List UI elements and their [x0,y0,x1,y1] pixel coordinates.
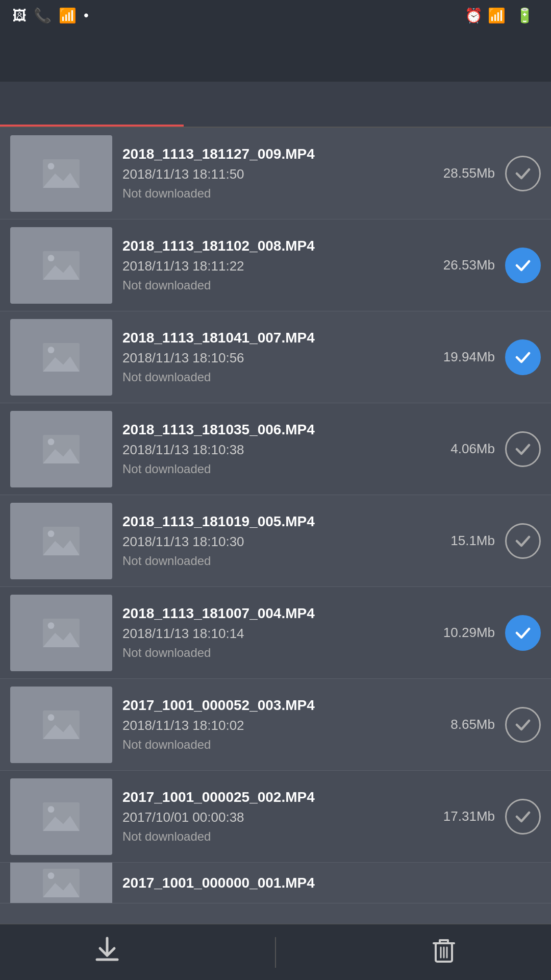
list-item[interactable]: 2017_1001_000000_001.MP4 [0,863,551,903]
file-status: Not downloaded [122,646,429,660]
file-info: 2018_1113_181007_004.MP4 2018/11/13 18:1… [122,605,429,660]
dot-icon: • [84,7,89,23]
svg-point-13 [48,530,55,537]
file-thumbnail [10,411,112,487]
file-date: 2018/11/13 18:10:38 [122,442,429,458]
file-name: 2018_1113_181019_005.MP4 [122,513,429,530]
list-item[interactable]: 2018_1113_181102_008.MP4 2018/11/13 18:1… [0,219,551,311]
file-info: 2017_1001_000000_001.MP4 [122,875,541,891]
list-item[interactable]: 2017_1001_000025_002.MP4 2017/10/01 00:0… [0,771,551,863]
file-info: 2018_1113_181019_005.MP4 2018/11/13 18:1… [122,513,429,568]
file-size: 28.55Mb [439,165,495,181]
file-name: 2018_1113_181007_004.MP4 [122,605,429,622]
status-bar-right: ⏰ 📶 🔋 [465,7,539,24]
file-name: 2017_1001_000000_001.MP4 [122,875,541,891]
svg-point-16 [48,622,55,629]
phone-icon: 📞 [34,7,52,24]
file-status: Not downloaded [122,186,429,201]
file-select-checkbox[interactable] [505,248,541,283]
file-name: 2018_1113_181102_008.MP4 [122,238,429,254]
file-select-checkbox[interactable] [505,156,541,191]
bottom-toolbar [0,924,551,980]
file-info: 2018_1113_181035_006.MP4 2018/11/13 18:1… [122,422,429,476]
file-select-checkbox[interactable] [505,615,541,651]
alarm-icon: ⏰ [465,7,483,24]
file-select-checkbox[interactable] [505,799,541,835]
tab-video[interactable] [0,82,184,127]
file-date: 2018/11/13 18:10:56 [122,350,429,366]
file-size: 26.53Mb [439,257,495,273]
list-item[interactable]: 2018_1113_181007_004.MP4 2018/11/13 18:1… [0,587,551,679]
svg-point-19 [48,714,55,721]
list-item[interactable]: 2018_1113_181035_006.MP4 2018/11/13 18:1… [0,403,551,495]
file-date: 2018/11/13 18:10:30 [122,534,429,550]
file-select-checkbox[interactable] [505,707,541,743]
file-size: 19.94Mb [439,349,495,365]
file-thumbnail [10,778,112,855]
status-bar: 🖼 📞 📶 • ⏰ 📶 🔋 [0,0,551,31]
file-info: 2018_1113_181102_008.MP4 2018/11/13 18:1… [122,238,429,292]
file-size: 4.06Mb [439,441,495,457]
file-info: 2017_1001_000052_003.MP4 2018/11/13 18:1… [122,697,429,752]
file-select-checkbox[interactable] [505,431,541,467]
download-icon [92,934,122,971]
gallery-icon: 🖼 [12,7,27,24]
file-info: 2018_1113_181127_009.MP4 2018/11/13 18:1… [122,146,429,201]
file-info: 2017_1001_000025_002.MP4 2017/10/01 00:0… [122,789,429,844]
toolbar-divider [275,937,276,968]
list-item[interactable]: 2018_1113_181127_009.MP4 2018/11/13 18:1… [0,128,551,219]
file-status: Not downloaded [122,370,429,384]
file-size: 17.31Mb [439,808,495,824]
trash-icon [429,934,459,971]
file-thumbnail [10,863,112,903]
list-item[interactable]: 2017_1001_000052_003.MP4 2018/11/13 18:1… [0,679,551,771]
file-name: 2018_1113_181127_009.MP4 [122,146,429,162]
file-date: 2018/11/13 18:11:22 [122,258,429,274]
list-item[interactable]: 2018_1113_181041_007.MP4 2018/11/13 18:1… [0,311,551,403]
svg-point-1 [48,163,55,169]
battery-icon: 🔋 [516,7,534,24]
file-thumbnail [10,687,112,763]
tab-lock-file[interactable] [367,82,551,127]
file-thumbnail [10,595,112,671]
list-item[interactable]: 2018_1113_181019_005.MP4 2018/11/13 18:1… [0,495,551,587]
svg-point-22 [48,806,55,813]
file-name: 2018_1113_181035_006.MP4 [122,422,429,438]
signal-icon: 📶 [488,7,506,24]
file-date: 2018/11/13 18:11:50 [122,166,429,182]
tab-bar [0,82,551,128]
file-status: Not downloaded [122,462,429,476]
file-select-checkbox[interactable] [505,339,541,375]
svg-point-7 [48,347,55,353]
file-status: Not downloaded [122,554,429,568]
file-thumbnail [10,227,112,304]
file-thumbnail [10,135,112,212]
download-button[interactable] [61,927,153,978]
file-size: 8.65Mb [439,717,495,732]
file-status: Not downloaded [122,738,429,752]
file-thumbnail [10,503,112,579]
file-size: 15.1Mb [439,533,495,549]
file-status: Not downloaded [122,278,429,292]
file-date: 2017/10/01 00:00:38 [122,810,429,825]
top-nav [0,31,551,82]
svg-point-10 [48,438,55,445]
file-info: 2018_1113_181041_007.MP4 2018/11/13 18:1… [122,330,429,384]
file-size: 10.29Mb [439,625,495,641]
file-name: 2018_1113_181041_007.MP4 [122,330,429,346]
file-select-checkbox[interactable] [505,523,541,559]
file-list: 2018_1113_181127_009.MP4 2018/11/13 18:1… [0,128,551,960]
file-thumbnail [10,319,112,396]
file-date: 2018/11/13 18:10:14 [122,626,429,642]
status-bar-left: 🖼 📞 📶 • [12,7,89,24]
file-date: 2018/11/13 18:10:02 [122,718,429,733]
wifi-icon: 📶 [59,7,77,24]
tab-picture[interactable] [184,82,367,127]
delete-button[interactable] [398,927,490,978]
file-name: 2017_1001_000025_002.MP4 [122,789,429,805]
file-status: Not downloaded [122,829,429,844]
file-name: 2017_1001_000052_003.MP4 [122,697,429,714]
svg-point-4 [48,255,55,261]
svg-point-25 [48,872,55,879]
